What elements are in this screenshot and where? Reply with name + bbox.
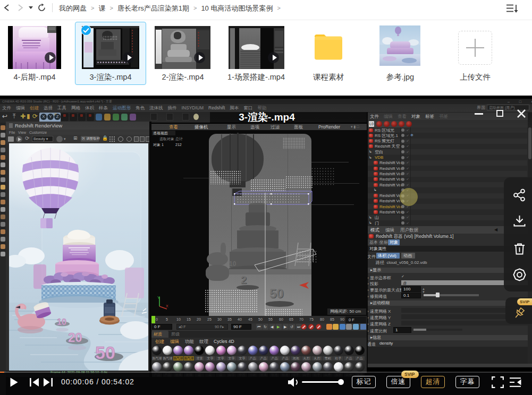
svg-text:X: X: [166, 304, 168, 308]
svg-text:10: 10: [57, 317, 66, 327]
svg-text:50: 50: [95, 342, 115, 363]
svg-text:20: 20: [68, 330, 82, 345]
svg-text:Y: Y: [157, 296, 160, 299]
